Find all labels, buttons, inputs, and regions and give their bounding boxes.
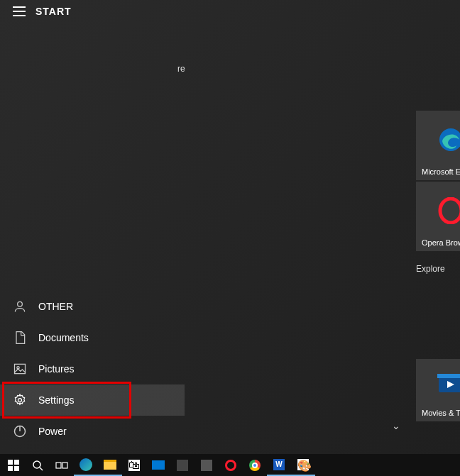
user-account-item[interactable]: OTHER — [0, 291, 185, 322]
user-label: OTHER — [38, 301, 73, 312]
movies-icon — [419, 362, 460, 407]
task-view-button[interactable] — [50, 455, 74, 476]
taskbar-chrome[interactable] — [243, 455, 267, 476]
pictures-item[interactable]: Pictures — [0, 353, 185, 384]
apps-list-fragment: re — [177, 64, 185, 74]
taskbar-file-explorer[interactable] — [98, 455, 122, 476]
taskbar-edge[interactable] — [74, 455, 98, 476]
svg-rect-22 — [62, 463, 67, 468]
hamburger-icon[interactable] — [13, 6, 26, 16]
taskbar-word[interactable]: W — [267, 455, 291, 476]
svg-line-20 — [40, 467, 43, 470]
pictures-label: Pictures — [38, 363, 75, 375]
tile-microsoft-edge[interactable]: Microsoft Edge — [416, 111, 460, 180]
chevron-down-icon[interactable]: ⌄ — [392, 420, 400, 431]
gear-icon — [13, 393, 27, 407]
start-label: START — [35, 6, 72, 17]
tiles-area: re Microsoft Edge ⋯ Photos — [185, 0, 460, 454]
taskbar: 🛍 W 🎨 — [0, 454, 460, 476]
explore-section-label[interactable]: Explore — [416, 264, 445, 274]
search-button[interactable] — [26, 455, 50, 476]
taskbar-opera[interactable] — [219, 455, 243, 476]
tile-opera[interactable]: Opera Browser — [416, 182, 460, 251]
document-icon — [13, 331, 27, 345]
power-icon — [13, 424, 27, 438]
settings-item[interactable]: Settings — [0, 384, 185, 416]
taskbar-unknown-1[interactable] — [170, 455, 195, 476]
svg-rect-14 — [437, 374, 460, 378]
user-icon — [13, 299, 27, 314]
svg-rect-17 — [8, 466, 13, 471]
start-button[interactable] — [1, 455, 26, 476]
svg-rect-1 — [15, 364, 26, 373]
edge-icon — [419, 114, 460, 166]
taskbar-unknown-2[interactable] — [195, 455, 219, 476]
svg-rect-16 — [14, 460, 19, 465]
svg-point-3 — [18, 399, 22, 402]
power-label: Power — [38, 426, 67, 437]
settings-label: Settings — [38, 394, 75, 406]
start-left-rail: START OTHER Documents Pictures — [0, 0, 185, 454]
start-menu: START OTHER Documents Pictures — [0, 0, 460, 454]
tile-label: Microsoft Edge — [419, 166, 460, 177]
svg-point-7 — [440, 199, 460, 223]
taskbar-paint[interactable]: 🎨 — [291, 455, 315, 476]
svg-point-0 — [18, 301, 23, 306]
taskbar-store[interactable]: 🛍 — [122, 455, 146, 476]
taskbar-mail[interactable] — [146, 455, 170, 476]
opera-icon — [419, 184, 460, 237]
documents-label: Documents — [38, 332, 89, 343]
svg-rect-15 — [8, 460, 13, 465]
tile-movies-tv[interactable]: Movies & TV — [416, 359, 460, 421]
power-item[interactable]: Power — [0, 416, 185, 447]
svg-rect-21 — [56, 463, 61, 468]
tile-label: Movies & TV — [419, 407, 460, 419]
svg-point-19 — [33, 461, 40, 468]
start-header: START — [0, 0, 185, 23]
svg-rect-18 — [14, 466, 19, 471]
tile-label: Opera Browser — [419, 237, 460, 248]
documents-item[interactable]: Documents — [0, 322, 185, 353]
rail-bottom-list: OTHER Documents Pictures Settings — [0, 291, 185, 454]
pictures-icon — [13, 362, 27, 376]
